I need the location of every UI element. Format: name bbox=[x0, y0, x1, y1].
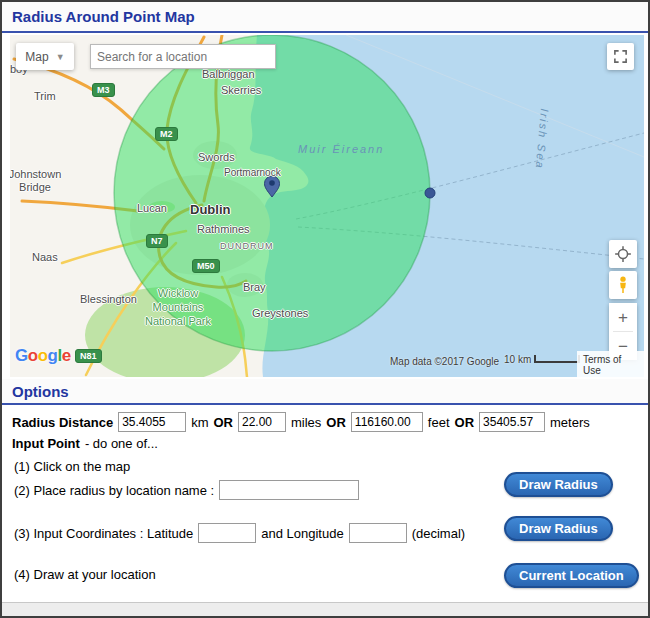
scale-label: 10 km bbox=[504, 354, 531, 365]
road-badge-n7: N7 bbox=[146, 234, 168, 248]
or-label-1: OR bbox=[214, 415, 234, 430]
radius-distance-label: Radius Distance bbox=[12, 415, 113, 430]
search-box bbox=[90, 44, 276, 69]
option-2-row: (2) Place radius by location name : bbox=[14, 480, 359, 500]
km-unit-label: km bbox=[191, 415, 208, 430]
footer-strip bbox=[2, 602, 648, 616]
option-1-row: (1) Click on the map bbox=[14, 459, 130, 474]
latitude-input[interactable] bbox=[198, 523, 256, 543]
page-header: Radius Around Point Map bbox=[2, 2, 648, 33]
input-point-instruction: - do one of... bbox=[85, 436, 158, 451]
option-3-label: (3) Input Coordinates : Latitude bbox=[14, 526, 193, 541]
radius-map-page: Radius Around Point Map bbox=[0, 0, 650, 618]
miles-unit-label: miles bbox=[291, 415, 321, 430]
road-badge-n81: N81 bbox=[75, 349, 102, 363]
map-attribution: Map data ©2017 Google bbox=[390, 356, 499, 367]
option-3-row: (3) Input Coordinates : Latitude and Lon… bbox=[14, 523, 465, 543]
my-location-icon bbox=[614, 245, 632, 263]
radius-meters-input[interactable] bbox=[479, 412, 545, 432]
map-type-label: Map bbox=[25, 50, 48, 64]
location-name-input[interactable] bbox=[219, 480, 359, 500]
road-badge-m50: M50 bbox=[192, 259, 220, 273]
options-header: Options bbox=[2, 379, 648, 405]
option-4-label: (4) Draw at your location bbox=[14, 567, 156, 582]
draw-radius-button-1[interactable]: Draw Radius bbox=[504, 472, 613, 497]
longitude-label: and Longitude bbox=[261, 526, 343, 541]
page-title: Radius Around Point Map bbox=[12, 8, 195, 25]
or-label-3: OR bbox=[455, 415, 475, 430]
or-label-2: OR bbox=[326, 415, 346, 430]
decimal-hint-label: (decimal) bbox=[412, 526, 465, 541]
map-canvas[interactable]: boy Trim Balbriggan Skerries Johnstown B… bbox=[10, 35, 644, 377]
feet-unit-label: feet bbox=[428, 415, 450, 430]
road-badge-m3: M3 bbox=[92, 83, 115, 97]
my-location-button[interactable] bbox=[609, 240, 637, 268]
google-logo[interactable]: Google bbox=[15, 346, 71, 366]
radius-km-input[interactable] bbox=[118, 412, 186, 432]
pegman-button[interactable] bbox=[609, 271, 637, 299]
chevron-down-icon: ▼ bbox=[56, 52, 65, 62]
search-input[interactable] bbox=[90, 44, 276, 69]
option-4-row: (4) Draw at your location bbox=[14, 567, 156, 582]
radius-distance-row: Radius Distance km OR miles OR feet OR m… bbox=[12, 412, 590, 432]
map-type-button[interactable]: Map ▼ bbox=[16, 43, 74, 70]
radius-feet-input[interactable] bbox=[351, 412, 423, 432]
current-location-button[interactable]: Current Location bbox=[504, 563, 639, 588]
pegman-icon bbox=[613, 275, 633, 295]
terms-of-use-link[interactable]: Terms of Use bbox=[577, 351, 644, 377]
option-2-label: (2) Place radius by location name : bbox=[14, 483, 214, 498]
draw-radius-button-2[interactable]: Draw Radius bbox=[504, 516, 613, 541]
road-badge-m2: M2 bbox=[155, 127, 178, 141]
options-title: Options bbox=[12, 383, 69, 400]
fullscreen-button[interactable] bbox=[607, 43, 634, 70]
input-point-row: Input Point - do one of... bbox=[12, 436, 158, 451]
longitude-input[interactable] bbox=[349, 523, 407, 543]
fullscreen-icon bbox=[613, 49, 628, 64]
input-point-label: Input Point bbox=[12, 436, 80, 451]
meters-unit-label: meters bbox=[550, 415, 590, 430]
radius-resize-handle[interactable] bbox=[425, 188, 435, 198]
radius-miles-input[interactable] bbox=[238, 412, 286, 432]
zoom-in-button[interactable]: + bbox=[609, 303, 637, 331]
scale-bar bbox=[534, 355, 580, 363]
option-1-label: (1) Click on the map bbox=[14, 459, 130, 474]
